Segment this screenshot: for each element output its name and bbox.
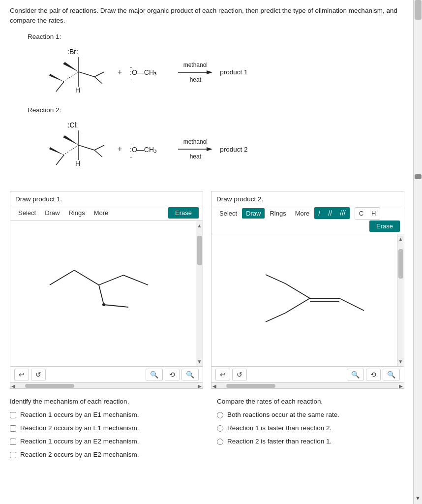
- svg-line-40: [285, 298, 310, 313]
- panel-1-draw-btn[interactable]: Draw: [41, 208, 63, 218]
- scroll-thumb[interactable]: [415, 0, 422, 20]
- reaction-1-arrow-container: methanol heat: [176, 62, 215, 83]
- panel-2-rings-btn[interactable]: Rings: [266, 208, 290, 219]
- answer-section: Identify the mechanism of each reaction.…: [10, 398, 404, 464]
- svg-line-45: [266, 313, 285, 322]
- svg-line-35: [123, 275, 148, 285]
- panel-1-more-btn[interactable]: More: [90, 208, 113, 218]
- reaction-2-section: Reaction 2: :Cl: H: [10, 106, 404, 182]
- panel-1-canvas[interactable]: ▲ ▼: [10, 221, 203, 366]
- panel-2-scroll-down[interactable]: ▼: [397, 358, 404, 365]
- panel-2-single-bond-btn[interactable]: /: [314, 207, 324, 219]
- scroll-thumb-2[interactable]: [415, 174, 422, 179]
- panel-1-zoom-in-btn[interactable]: 🔍: [146, 369, 163, 380]
- mechanism-checkbox-4[interactable]: [10, 452, 16, 458]
- panel-2-hscrollbar[interactable]: ◀ ▶: [211, 382, 404, 388]
- mechanism-checkbox-2[interactable]: [10, 425, 16, 432]
- svg-line-26: [94, 150, 102, 157]
- panel-2-erase-btn[interactable]: Erase: [369, 220, 400, 232]
- svg-marker-2: [63, 62, 79, 72]
- panel-2-more-btn[interactable]: More: [291, 208, 314, 219]
- mechanism-option-3-label: Reaction 1 occurs by an E2 mechanism.: [20, 438, 139, 445]
- panel-2-zoom-in-btn[interactable]: 🔍: [347, 369, 364, 380]
- panel-2-scroll-left[interactable]: ◀: [212, 383, 216, 388]
- reaction-2-product: product 2: [220, 146, 247, 153]
- rates-col: Compare the rates of each reaction. Both…: [217, 398, 404, 464]
- panel-1-scroll-left[interactable]: ◀: [11, 383, 15, 388]
- mechanism-checkbox-1[interactable]: [10, 412, 16, 418]
- panel-1-select-btn[interactable]: Select: [14, 208, 40, 218]
- panel-1-rings-btn[interactable]: Rings: [64, 208, 89, 218]
- svg-text::O—CH₃: :O—CH₃: [130, 68, 157, 76]
- panel-2-hscroll-thumb[interactable]: [226, 384, 275, 388]
- rates-radio-1[interactable]: [217, 412, 223, 418]
- panel-1-scroll-thumb[interactable]: [197, 236, 202, 265]
- panel-2-carbon-btn[interactable]: C: [355, 208, 367, 219]
- rates-option-3-label: Reaction 2 is faster than reaction 1.: [227, 438, 332, 445]
- panel-2-footer: ↩ ↺ 🔍 ⟲ 🔍: [211, 366, 404, 382]
- panel-1-toolbar: Select Draw Rings More Erase: [10, 205, 203, 221]
- mechanism-option-4-label: Reaction 2 occurs by an E2 mechanism.: [20, 451, 139, 458]
- panel-1-erase-btn[interactable]: Erase: [168, 207, 199, 219]
- reaction-1-product: product 1: [220, 68, 247, 76]
- mechanism-option-1-label: Reaction 1 occurs by an E1 mechanism.: [20, 411, 139, 418]
- panel-2-double-bond-btn[interactable]: //: [324, 207, 336, 219]
- mechanism-option-1: Reaction 1 occurs by an E1 mechanism.: [10, 411, 197, 418]
- panel-1-hscrollbar[interactable]: ◀ ▶: [10, 382, 203, 388]
- svg-text:H: H: [75, 86, 80, 94]
- panel-2-atom-group: C H: [355, 207, 381, 220]
- mechanism-option-2-label: Reaction 2 occurs by an E1 mechanism.: [20, 424, 139, 432]
- panel-1-scroll-down[interactable]: ▼: [196, 358, 203, 365]
- panel-1-hscroll-thumb[interactable]: [25, 384, 74, 388]
- panel-2-redo-btn[interactable]: ↺: [232, 369, 247, 380]
- rates-radio-2[interactable]: [217, 425, 223, 432]
- svg-marker-15: [207, 70, 212, 74]
- rates-option-2-label: Reaction 1 is faster than reaction 2.: [227, 424, 332, 432]
- svg-line-24: [56, 155, 64, 165]
- svg-line-38: [104, 305, 128, 307]
- panel-2-draw-btn[interactable]: Draw: [242, 208, 265, 219]
- svg-text:··: ··: [130, 77, 132, 82]
- reaction-1-plus: +: [118, 68, 122, 77]
- rates-radio-3[interactable]: [217, 439, 223, 445]
- scroll-down-arrow[interactable]: ▼: [414, 494, 422, 503]
- draw-panels: Draw product 1. Select Draw Rings More E…: [10, 191, 404, 389]
- svg-marker-18: [63, 135, 79, 145]
- panel-2-canvas[interactable]: ▲ ▼: [211, 234, 404, 366]
- panel-1-vscrollbar[interactable]: ▲ ▼: [196, 221, 203, 366]
- panel-2-scroll-right[interactable]: ▶: [399, 383, 403, 388]
- svg-text::Br:: :Br:: [67, 48, 78, 56]
- panel-1-undo-btn[interactable]: ↩: [14, 369, 29, 380]
- panel-2-title: Draw product 2.: [211, 191, 404, 205]
- panel-2-select-btn[interactable]: Select: [215, 208, 241, 219]
- reaction-1-condition: heat: [190, 76, 201, 83]
- svg-line-19: [63, 145, 79, 155]
- rates-option-1: Both reactions occur at the same rate.: [217, 411, 404, 418]
- panel-2-hydrogen-btn[interactable]: H: [367, 208, 380, 219]
- panel-2-triple-bond-btn[interactable]: ///: [336, 207, 350, 219]
- page-scrollbar[interactable]: ▲ ▼: [413, 0, 422, 504]
- intro-text: Consider the pair of reactions. Draw the…: [10, 6, 404, 26]
- svg-text::O—CH₃: :O—CH₃: [130, 146, 157, 154]
- panel-2-zoom-out-btn[interactable]: 🔍: [383, 369, 400, 380]
- panel-2-scroll-up[interactable]: ▲: [397, 235, 404, 243]
- panel-2-scroll-thumb[interactable]: [398, 249, 403, 279]
- panel-1-redo-btn[interactable]: ↺: [31, 369, 46, 380]
- panel-1-zoom-out-btn[interactable]: 🔍: [181, 369, 199, 380]
- panel-1-title: Draw product 1.: [10, 191, 203, 205]
- reaction-1-diagram: :Br:: [30, 43, 404, 101]
- mechanism-checkbox-3[interactable]: [10, 439, 16, 445]
- panel-2-bond-group: / // ///: [314, 207, 349, 219]
- svg-line-3: [63, 72, 79, 82]
- panel-2-vscrollbar[interactable]: ▲ ▼: [397, 234, 404, 366]
- reaction-2-diagram: :Cl: H + :O—CH₃: [30, 117, 404, 182]
- reaction-1-section: Reaction 1: :Br:: [10, 33, 404, 101]
- panel-2-undo-btn[interactable]: ↩: [215, 369, 230, 380]
- panel-1-scroll-up[interactable]: ▲: [196, 222, 203, 229]
- svg-marker-31: [207, 147, 212, 151]
- panel-2-zoom-reset-btn[interactable]: ⟲: [366, 369, 381, 380]
- reaction-1-label: Reaction 1:: [28, 33, 404, 40]
- svg-line-20: [79, 145, 94, 150]
- panel-1-zoom-reset-btn[interactable]: ⟲: [165, 369, 180, 380]
- panel-1-scroll-right[interactable]: ▶: [198, 383, 202, 388]
